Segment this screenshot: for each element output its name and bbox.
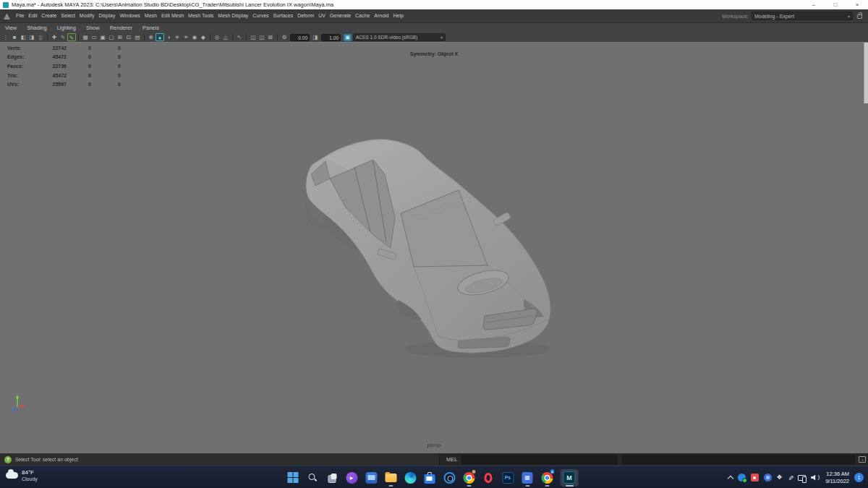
wireframe-icon[interactable]: ⊕ xyxy=(147,33,156,41)
menu-mesh[interactable]: Mesh xyxy=(142,9,159,22)
menu-create[interactable]: Create xyxy=(39,9,59,22)
panel-menu-lighting[interactable]: Lighting xyxy=(52,25,81,31)
red-square-icon[interactable] xyxy=(751,474,759,481)
view-cube-icon[interactable]: ■ xyxy=(10,33,19,41)
task-view-button[interactable] xyxy=(326,469,338,487)
menu-modify[interactable]: Modify xyxy=(77,9,97,22)
maya-taskbar-button[interactable]: M xyxy=(560,469,578,487)
volume-icon[interactable] xyxy=(811,474,820,482)
safe-action-icon[interactable]: ⊡ xyxy=(124,33,133,41)
grid-icon[interactable]: ▦ xyxy=(81,33,90,41)
xray-icon[interactable]: ◎ xyxy=(213,33,221,41)
panel-menu-shading[interactable]: Shading xyxy=(22,25,52,31)
lock-icon[interactable] xyxy=(857,14,862,19)
resolution-gate-icon[interactable]: ▣ xyxy=(98,33,107,41)
start-button[interactable] xyxy=(286,469,299,487)
collapsed-panel-grip[interactable] xyxy=(864,43,868,103)
select-arrow-icon[interactable]: ↖ xyxy=(235,33,244,41)
mel-result-field[interactable] xyxy=(622,455,855,464)
menu-mesh-display[interactable]: Mesh Display xyxy=(216,9,250,22)
calculator-button[interactable]: ▦ xyxy=(521,469,533,487)
dropbox-icon[interactable]: ❖ xyxy=(777,474,783,481)
menu-generate[interactable]: Generate xyxy=(328,9,353,22)
windows-logo-icon xyxy=(287,472,298,483)
sync-status-icon[interactable] xyxy=(738,474,746,481)
tray-clock[interactable]: 12:36 AM 9/11/2022 xyxy=(825,471,849,484)
safe-title-icon[interactable]: ▤ xyxy=(133,33,142,41)
menu-edit[interactable]: Edit xyxy=(26,9,39,22)
bookmark-icon[interactable]: ▯ xyxy=(36,33,45,41)
menu-help[interactable]: Help xyxy=(391,9,406,22)
menu-display[interactable]: Display xyxy=(96,9,117,22)
menu-file[interactable]: File xyxy=(14,9,26,22)
gate-mask-icon[interactable]: ▢ xyxy=(107,33,116,41)
pane-single-icon[interactable]: ◫ xyxy=(249,33,258,41)
prev-view-icon[interactable]: ◧ xyxy=(19,33,27,41)
viewport-persp[interactable]: Verts: 22742 0 0 Edges: 45472 0 0 Faces:… xyxy=(0,42,868,453)
shadows-icon[interactable]: ☀ xyxy=(182,33,190,41)
menu-windows[interactable]: Windows xyxy=(117,9,142,22)
pen-icon[interactable]: ✎ xyxy=(786,475,793,481)
menu-select[interactable]: Select xyxy=(59,9,77,22)
gamma-field[interactable]: 1.00 xyxy=(321,34,341,41)
exposure-field[interactable]: 0.00 xyxy=(290,34,310,41)
textured-mode-icon[interactable]: ◑ xyxy=(164,33,173,41)
menu-cache[interactable]: Cache xyxy=(353,9,372,22)
maximize-button[interactable]: □ xyxy=(825,0,846,9)
minimize-button[interactable]: – xyxy=(803,0,825,9)
panel-menu-show[interactable]: Show xyxy=(81,25,105,31)
chrome-button[interactable] xyxy=(462,469,475,487)
next-view-icon[interactable]: ◨ xyxy=(27,33,36,41)
shaded-mode-icon[interactable]: ● xyxy=(156,33,164,41)
weather-widget[interactable]: 84°F Cloudy xyxy=(6,469,38,482)
help-icon[interactable]: ? xyxy=(4,456,12,463)
opera-button[interactable] xyxy=(482,469,494,487)
chrome-profile2-button[interactable]: A xyxy=(540,469,553,487)
workspace-dropdown[interactable]: Modeling - Expert ▾ xyxy=(752,12,853,20)
tray-chevron-up-icon[interactable] xyxy=(727,476,733,481)
file-explorer-button[interactable] xyxy=(384,469,396,487)
select-by-icon[interactable]: ✚ xyxy=(50,33,59,41)
menu-curves[interactable]: Curves xyxy=(250,9,271,22)
film-gate-icon[interactable]: ▭ xyxy=(90,33,98,41)
lens-app-button[interactable] xyxy=(443,469,455,487)
menu-deform[interactable]: Deform xyxy=(295,9,316,22)
photoshop-button[interactable]: Ps xyxy=(501,469,514,487)
pencil-icon[interactable]: ✎ xyxy=(59,33,67,41)
system-tray: ❖ ✎ 12:36 AM 9/11/2022 1 xyxy=(728,466,864,488)
pane-double-icon[interactable]: ◫ xyxy=(258,33,266,41)
ambient-occlusion-icon[interactable]: ◉ xyxy=(190,33,199,41)
search-button[interactable] xyxy=(306,469,318,487)
media-app-button[interactable] xyxy=(365,469,377,487)
panel-menu-view[interactable]: View xyxy=(0,25,22,31)
pencil-active-icon[interactable]: ✎ xyxy=(67,33,76,41)
mel-input-field[interactable] xyxy=(461,455,617,464)
isolate-select-icon[interactable]: △ xyxy=(221,33,230,41)
clipchamp-button[interactable]: ▶ xyxy=(345,469,357,487)
panel-menu-renderer[interactable]: Renderer xyxy=(105,25,137,31)
notification-badge[interactable]: 1 xyxy=(854,473,864,482)
axis-gizmo[interactable] xyxy=(6,391,27,413)
menu-edit-mesh[interactable]: Edit Mesh xyxy=(159,9,186,22)
maya-app-icon[interactable] xyxy=(4,13,10,20)
edge-button[interactable] xyxy=(404,469,416,487)
gamma-icon[interactable]: ◨ xyxy=(311,33,320,41)
anti-alias-icon[interactable]: ◆ xyxy=(199,33,208,41)
pane-quad-icon[interactable]: ⊠ xyxy=(266,33,275,41)
menu-surfaces[interactable]: Surfaces xyxy=(271,9,296,22)
store-button[interactable] xyxy=(423,469,435,487)
gear-icon[interactable]: ⚙ xyxy=(280,33,289,41)
panel-menu-panels[interactable]: Panels xyxy=(137,25,164,31)
phone-link-icon[interactable] xyxy=(798,475,806,481)
menu-arnold[interactable]: Arnold xyxy=(372,9,391,22)
menu-uv[interactable]: UV xyxy=(316,9,328,22)
close-button[interactable]: × xyxy=(846,0,868,9)
mel-label[interactable]: MEL xyxy=(446,456,457,463)
field-chart-icon[interactable]: ⊞ xyxy=(116,33,124,41)
colorspace-dropdown[interactable]: ACES 1.0 SDR-video (sRGB) ▾ xyxy=(353,33,446,41)
blue-circle-icon[interactable] xyxy=(764,474,772,481)
use-all-lights-icon[interactable]: ✳ xyxy=(173,33,182,41)
script-editor-icon[interactable]: + xyxy=(859,456,866,463)
colorspace-icon[interactable]: ▣ xyxy=(344,34,352,41)
menu-mesh-tools[interactable]: Mesh Tools xyxy=(186,9,216,22)
